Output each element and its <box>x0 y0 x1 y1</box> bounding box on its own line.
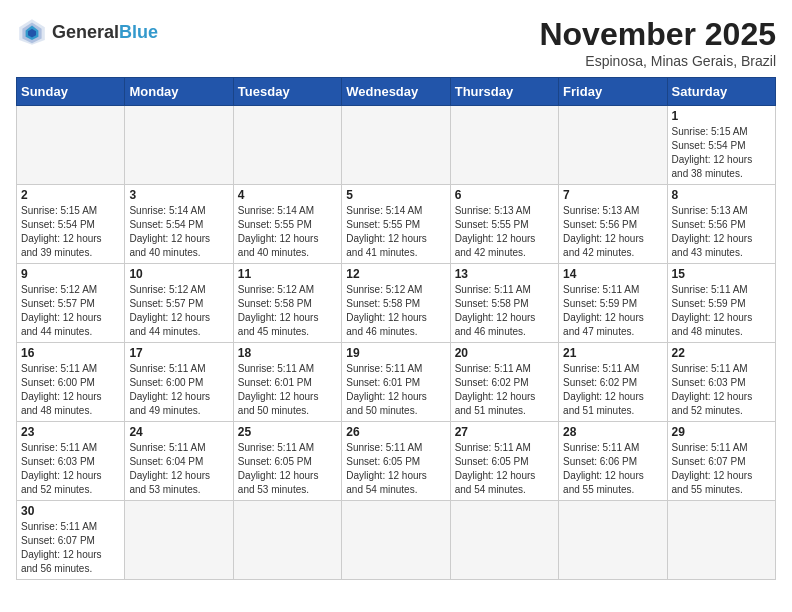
calendar-cell: 1Sunrise: 5:15 AM Sunset: 5:54 PM Daylig… <box>667 106 775 185</box>
month-year-title: November 2025 <box>539 16 776 53</box>
weekday-header-monday: Monday <box>125 78 233 106</box>
day-number: 19 <box>346 346 445 360</box>
day-info: Sunrise: 5:11 AM Sunset: 5:59 PM Dayligh… <box>672 283 771 339</box>
day-number: 27 <box>455 425 554 439</box>
title-block: November 2025 Espinosa, Minas Gerais, Br… <box>539 16 776 69</box>
day-number: 2 <box>21 188 120 202</box>
day-info: Sunrise: 5:11 AM Sunset: 5:59 PM Dayligh… <box>563 283 662 339</box>
day-number: 3 <box>129 188 228 202</box>
logo-text: GeneralBlue <box>52 22 158 43</box>
day-info: Sunrise: 5:11 AM Sunset: 6:05 PM Dayligh… <box>346 441 445 497</box>
weekday-header-sunday: Sunday <box>17 78 125 106</box>
day-info: Sunrise: 5:11 AM Sunset: 6:04 PM Dayligh… <box>129 441 228 497</box>
calendar-cell: 11Sunrise: 5:12 AM Sunset: 5:58 PM Dayli… <box>233 264 341 343</box>
day-info: Sunrise: 5:12 AM Sunset: 5:58 PM Dayligh… <box>346 283 445 339</box>
day-number: 7 <box>563 188 662 202</box>
calendar-cell: 2Sunrise: 5:15 AM Sunset: 5:54 PM Daylig… <box>17 185 125 264</box>
day-info: Sunrise: 5:11 AM Sunset: 6:01 PM Dayligh… <box>346 362 445 418</box>
day-number: 16 <box>21 346 120 360</box>
calendar-cell: 24Sunrise: 5:11 AM Sunset: 6:04 PM Dayli… <box>125 422 233 501</box>
calendar-table: SundayMondayTuesdayWednesdayThursdayFrid… <box>16 77 776 580</box>
logo: GeneralBlue <box>16 16 158 48</box>
calendar-cell: 4Sunrise: 5:14 AM Sunset: 5:55 PM Daylig… <box>233 185 341 264</box>
day-info: Sunrise: 5:15 AM Sunset: 5:54 PM Dayligh… <box>672 125 771 181</box>
location-subtitle: Espinosa, Minas Gerais, Brazil <box>539 53 776 69</box>
calendar-cell: 12Sunrise: 5:12 AM Sunset: 5:58 PM Dayli… <box>342 264 450 343</box>
day-info: Sunrise: 5:14 AM Sunset: 5:54 PM Dayligh… <box>129 204 228 260</box>
day-number: 1 <box>672 109 771 123</box>
day-info: Sunrise: 5:11 AM Sunset: 5:58 PM Dayligh… <box>455 283 554 339</box>
calendar-cell <box>559 106 667 185</box>
calendar-cell: 30Sunrise: 5:11 AM Sunset: 6:07 PM Dayli… <box>17 501 125 580</box>
day-number: 18 <box>238 346 337 360</box>
day-number: 10 <box>129 267 228 281</box>
day-number: 6 <box>455 188 554 202</box>
calendar-cell <box>233 106 341 185</box>
day-info: Sunrise: 5:11 AM Sunset: 6:00 PM Dayligh… <box>21 362 120 418</box>
weekday-header-saturday: Saturday <box>667 78 775 106</box>
calendar-cell <box>342 106 450 185</box>
calendar-cell: 28Sunrise: 5:11 AM Sunset: 6:06 PM Dayli… <box>559 422 667 501</box>
day-number: 24 <box>129 425 228 439</box>
calendar-cell: 14Sunrise: 5:11 AM Sunset: 5:59 PM Dayli… <box>559 264 667 343</box>
day-number: 17 <box>129 346 228 360</box>
calendar-cell: 7Sunrise: 5:13 AM Sunset: 5:56 PM Daylig… <box>559 185 667 264</box>
day-info: Sunrise: 5:11 AM Sunset: 6:01 PM Dayligh… <box>238 362 337 418</box>
day-info: Sunrise: 5:11 AM Sunset: 6:03 PM Dayligh… <box>672 362 771 418</box>
calendar-cell: 5Sunrise: 5:14 AM Sunset: 5:55 PM Daylig… <box>342 185 450 264</box>
day-number: 13 <box>455 267 554 281</box>
day-number: 21 <box>563 346 662 360</box>
day-info: Sunrise: 5:14 AM Sunset: 5:55 PM Dayligh… <box>238 204 337 260</box>
day-info: Sunrise: 5:12 AM Sunset: 5:57 PM Dayligh… <box>129 283 228 339</box>
calendar-cell: 8Sunrise: 5:13 AM Sunset: 5:56 PM Daylig… <box>667 185 775 264</box>
calendar-cell: 3Sunrise: 5:14 AM Sunset: 5:54 PM Daylig… <box>125 185 233 264</box>
calendar-cell: 26Sunrise: 5:11 AM Sunset: 6:05 PM Dayli… <box>342 422 450 501</box>
day-number: 26 <box>346 425 445 439</box>
calendar-cell: 29Sunrise: 5:11 AM Sunset: 6:07 PM Dayli… <box>667 422 775 501</box>
logo-icon <box>16 16 48 48</box>
weekday-header-wednesday: Wednesday <box>342 78 450 106</box>
day-info: Sunrise: 5:15 AM Sunset: 5:54 PM Dayligh… <box>21 204 120 260</box>
calendar-cell <box>233 501 341 580</box>
calendar-cell: 25Sunrise: 5:11 AM Sunset: 6:05 PM Dayli… <box>233 422 341 501</box>
calendar-cell <box>17 106 125 185</box>
day-number: 20 <box>455 346 554 360</box>
calendar-cell: 10Sunrise: 5:12 AM Sunset: 5:57 PM Dayli… <box>125 264 233 343</box>
day-info: Sunrise: 5:14 AM Sunset: 5:55 PM Dayligh… <box>346 204 445 260</box>
week-row-1: 1Sunrise: 5:15 AM Sunset: 5:54 PM Daylig… <box>17 106 776 185</box>
day-number: 8 <box>672 188 771 202</box>
calendar-cell <box>125 106 233 185</box>
day-number: 14 <box>563 267 662 281</box>
day-info: Sunrise: 5:13 AM Sunset: 5:56 PM Dayligh… <box>672 204 771 260</box>
calendar-cell <box>559 501 667 580</box>
day-number: 25 <box>238 425 337 439</box>
week-row-2: 2Sunrise: 5:15 AM Sunset: 5:54 PM Daylig… <box>17 185 776 264</box>
calendar-cell <box>450 501 558 580</box>
week-row-3: 9Sunrise: 5:12 AM Sunset: 5:57 PM Daylig… <box>17 264 776 343</box>
weekday-header-row: SundayMondayTuesdayWednesdayThursdayFrid… <box>17 78 776 106</box>
calendar-cell <box>667 501 775 580</box>
weekday-header-thursday: Thursday <box>450 78 558 106</box>
calendar-cell: 9Sunrise: 5:12 AM Sunset: 5:57 PM Daylig… <box>17 264 125 343</box>
day-info: Sunrise: 5:11 AM Sunset: 6:06 PM Dayligh… <box>563 441 662 497</box>
day-number: 9 <box>21 267 120 281</box>
day-number: 4 <box>238 188 337 202</box>
day-info: Sunrise: 5:11 AM Sunset: 6:07 PM Dayligh… <box>672 441 771 497</box>
calendar-cell: 22Sunrise: 5:11 AM Sunset: 6:03 PM Dayli… <box>667 343 775 422</box>
week-row-4: 16Sunrise: 5:11 AM Sunset: 6:00 PM Dayli… <box>17 343 776 422</box>
day-info: Sunrise: 5:11 AM Sunset: 6:03 PM Dayligh… <box>21 441 120 497</box>
calendar-cell <box>125 501 233 580</box>
day-info: Sunrise: 5:11 AM Sunset: 6:05 PM Dayligh… <box>238 441 337 497</box>
day-number: 29 <box>672 425 771 439</box>
day-number: 22 <box>672 346 771 360</box>
day-info: Sunrise: 5:11 AM Sunset: 6:02 PM Dayligh… <box>455 362 554 418</box>
calendar-cell: 17Sunrise: 5:11 AM Sunset: 6:00 PM Dayli… <box>125 343 233 422</box>
day-number: 23 <box>21 425 120 439</box>
week-row-6: 30Sunrise: 5:11 AM Sunset: 6:07 PM Dayli… <box>17 501 776 580</box>
week-row-5: 23Sunrise: 5:11 AM Sunset: 6:03 PM Dayli… <box>17 422 776 501</box>
day-number: 5 <box>346 188 445 202</box>
calendar-cell <box>450 106 558 185</box>
calendar-cell: 15Sunrise: 5:11 AM Sunset: 5:59 PM Dayli… <box>667 264 775 343</box>
day-info: Sunrise: 5:13 AM Sunset: 5:56 PM Dayligh… <box>563 204 662 260</box>
calendar-cell <box>342 501 450 580</box>
